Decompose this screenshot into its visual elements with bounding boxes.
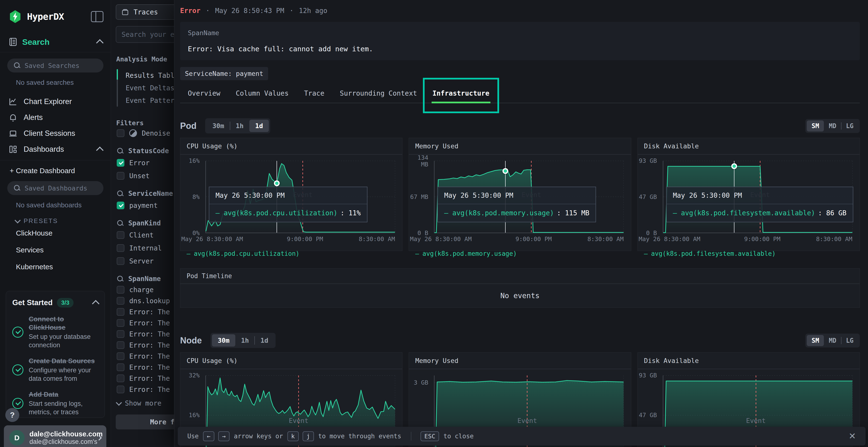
checkbox[interactable] bbox=[117, 341, 124, 349]
checkbox[interactable] bbox=[117, 352, 124, 360]
get-started-step[interactable]: Add Data Start sending logs, metrics, or… bbox=[12, 390, 98, 416]
search-icon[interactable] bbox=[117, 275, 124, 282]
filter-option[interactable]: Error: The cr bbox=[111, 317, 183, 329]
checkbox[interactable] bbox=[117, 364, 124, 371]
range-option[interactable]: 1d bbox=[255, 334, 274, 347]
filter-option[interactable]: charge bbox=[111, 284, 183, 295]
checkbox[interactable] bbox=[117, 257, 124, 265]
checkbox[interactable] bbox=[117, 319, 124, 327]
chevron-up-icon[interactable] bbox=[92, 300, 99, 307]
range-option[interactable]: 30m bbox=[212, 334, 235, 347]
show-more-button[interactable]: Show more bbox=[111, 395, 183, 407]
user-account-chip[interactable]: D dale@clickhouse.com dale@clickhouse.co… bbox=[4, 425, 106, 447]
pod-section-header: Pod 30m1h1d SMMDLG bbox=[180, 118, 860, 133]
filter-option[interactable]: Internal bbox=[111, 242, 183, 254]
filter-option[interactable]: Error: The cr bbox=[111, 362, 183, 373]
chevron-up-icon[interactable] bbox=[96, 146, 103, 154]
filter-option[interactable]: Client bbox=[111, 229, 183, 242]
range-option[interactable]: 1d bbox=[249, 120, 269, 132]
filter-option[interactable]: Error bbox=[111, 156, 183, 169]
detail-tab[interactable]: Overview bbox=[180, 85, 228, 103]
arrow-left-key[interactable]: ← bbox=[203, 431, 214, 441]
filters-label: Filters bbox=[111, 107, 183, 127]
range-option[interactable]: 1h bbox=[230, 120, 250, 132]
filter-group-statuscode: StatusCode bbox=[111, 140, 183, 156]
checkbox[interactable] bbox=[117, 297, 124, 305]
bell-icon bbox=[8, 113, 18, 122]
size-option[interactable]: LG bbox=[841, 335, 858, 346]
checkbox[interactable] bbox=[117, 202, 124, 209]
j-key[interactable]: j bbox=[303, 431, 314, 441]
detail-tab[interactable]: Column Values bbox=[228, 85, 296, 103]
filter-option[interactable]: dns.lookup bbox=[111, 295, 183, 306]
get-started-step[interactable]: Connect to ClickHouse Set up your databa… bbox=[12, 315, 98, 349]
chart-plot-area[interactable]: EventMay 26 5:30:00 PM— avg(k8s.pod.cpu.… bbox=[206, 161, 395, 233]
checkbox[interactable] bbox=[117, 129, 124, 137]
filter-option[interactable]: Error: The cr bbox=[111, 306, 183, 317]
filter-option[interactable]: Error: The cr bbox=[111, 351, 183, 362]
sidebar-item-search[interactable]: Search bbox=[0, 24, 111, 52]
checkbox[interactable] bbox=[117, 375, 124, 382]
filter-option[interactable]: Error: The cr bbox=[111, 340, 183, 351]
close-icon[interactable]: ✕ bbox=[846, 431, 858, 441]
collapse-sidebar-icon[interactable] bbox=[91, 11, 103, 22]
filter-option[interactable]: Error: The cr bbox=[111, 373, 183, 384]
detail-tab[interactable]: Infrastructure bbox=[425, 85, 497, 103]
filter-option[interactable]: Unset bbox=[111, 169, 183, 182]
detail-tab[interactable]: Surrounding Context bbox=[332, 85, 425, 103]
size-option[interactable]: MD bbox=[824, 121, 841, 132]
saved-dashboards-input[interactable]: ⌘K bbox=[7, 181, 103, 195]
arrow-right-key[interactable]: → bbox=[218, 431, 229, 441]
search-icon[interactable] bbox=[117, 190, 124, 197]
filter-option[interactable]: Server bbox=[111, 254, 183, 268]
saved-searches-input[interactable]: ⌘K bbox=[7, 59, 103, 72]
event-navigation-bar: Use ← → arrow keys or k j to move throug… bbox=[178, 427, 866, 446]
checkbox[interactable] bbox=[117, 330, 124, 338]
chart-plot-area[interactable]: EventMay 26 5:30:00 PM— avg(k8s.pod.memo… bbox=[434, 161, 623, 233]
checkbox[interactable] bbox=[117, 386, 124, 393]
checkbox[interactable] bbox=[117, 159, 124, 167]
size-option[interactable]: LG bbox=[841, 121, 858, 132]
sidebar-item-dashboards[interactable]: Dashboards bbox=[0, 141, 111, 157]
sidebar-item-client-sessions[interactable]: Client Sessions bbox=[0, 126, 111, 141]
service-tag-chip[interactable]: ServiceName: payment bbox=[180, 67, 268, 80]
checkbox[interactable] bbox=[117, 172, 124, 180]
sidebar-item-alerts[interactable]: Alerts bbox=[0, 110, 111, 126]
saved-dashboards-field[interactable] bbox=[25, 184, 107, 192]
filter-option[interactable]: payment bbox=[111, 199, 183, 212]
search-icon[interactable] bbox=[117, 220, 124, 227]
esc-key[interactable]: ESC bbox=[421, 431, 439, 441]
size-option[interactable]: MD bbox=[824, 335, 841, 346]
y-axis-tick: 32% bbox=[180, 372, 199, 379]
preset-dashboard-link[interactable]: ClickHouse bbox=[0, 225, 111, 242]
denoise-option[interactable]: Denoise Re bbox=[111, 127, 183, 140]
chart-legend: —avg(k8s.pod.filesystem.available) bbox=[644, 250, 860, 257]
size-option[interactable]: SM bbox=[807, 121, 824, 132]
x-axis-tick: 8:30:00 AM bbox=[359, 236, 395, 243]
help-button[interactable]: ? bbox=[5, 408, 19, 422]
detail-tab[interactable]: Trace bbox=[296, 85, 332, 103]
filter-option[interactable]: Error: The cr bbox=[111, 384, 183, 395]
preset-dashboard-link[interactable]: Kubernetes bbox=[0, 259, 111, 275]
checkbox[interactable] bbox=[117, 244, 124, 252]
chevron-up-icon[interactable] bbox=[96, 39, 103, 46]
checkbox[interactable] bbox=[117, 231, 124, 239]
checkbox[interactable] bbox=[117, 308, 124, 316]
get-started-step[interactable]: Create Data Sources Configure where your… bbox=[12, 357, 98, 383]
hover-point-marker bbox=[731, 163, 737, 169]
checkbox[interactable] bbox=[117, 286, 124, 294]
preset-dashboard-link[interactable]: Services bbox=[0, 242, 111, 259]
check-circle-icon bbox=[12, 365, 23, 375]
range-option[interactable]: 1h bbox=[235, 334, 255, 347]
event-status-row: Error · May 26 8:50:43 PM · 12h ago bbox=[180, 7, 860, 15]
size-option[interactable]: SM bbox=[807, 335, 824, 346]
chart-plot-area[interactable]: EventMay 26 5:30:00 PM— avg(k8s.pod.file… bbox=[663, 161, 852, 233]
create-dashboard-button[interactable]: + Create Dashboard bbox=[0, 161, 111, 175]
presets-toggle[interactable]: PRESETS bbox=[0, 209, 111, 225]
filter-option[interactable]: Error: The cr bbox=[111, 329, 183, 340]
search-icon[interactable] bbox=[117, 147, 124, 154]
saved-searches-field[interactable] bbox=[25, 62, 107, 69]
sidebar-item-chart-explorer[interactable]: Chart Explorer bbox=[0, 94, 111, 110]
k-key[interactable]: k bbox=[287, 431, 299, 441]
range-option[interactable]: 30m bbox=[207, 120, 230, 132]
